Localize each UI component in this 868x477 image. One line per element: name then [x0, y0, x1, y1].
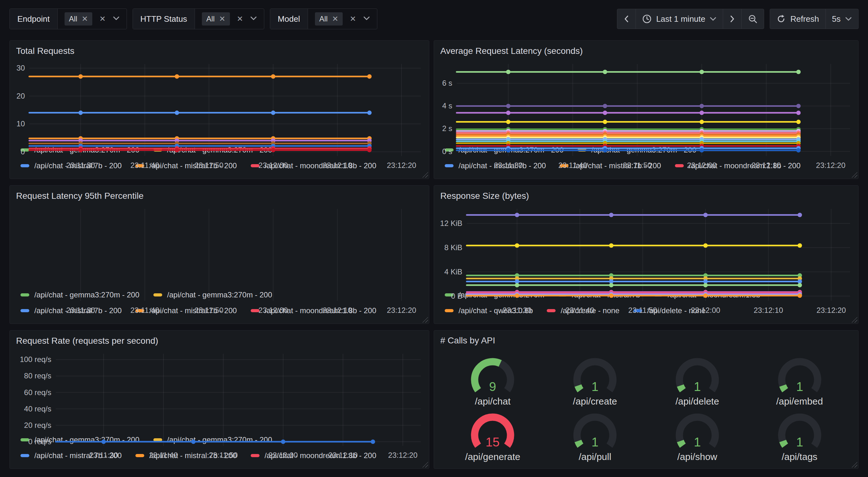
x-axis-tick-label: 23:11:30: [66, 161, 95, 170]
gauge-arc-fill: [680, 386, 683, 390]
gauge-arc-fill: [578, 441, 581, 446]
filter-value-dropdown[interactable]: All✕✕: [58, 9, 127, 29]
data-point-marker: [796, 103, 801, 108]
gauge-value: 1: [591, 435, 598, 449]
refresh-interval-value: 5s: [832, 14, 841, 24]
x-axis-tick-label: 23:12:20: [387, 306, 416, 315]
timeseries-plot[interactable]: 0 B4 KiB8 KiB12 KiB23:11:3023:11:4023:11…: [434, 205, 858, 287]
clear-filter-icon[interactable]: ✕: [350, 15, 356, 23]
data-point-marker: [506, 148, 510, 152]
data-point-marker: [798, 283, 802, 287]
x-axis-tick-label: 23:12:10: [322, 161, 352, 170]
data-point-marker: [367, 111, 372, 115]
x-axis-tick-label: 23:11:30: [503, 306, 532, 315]
y-axis-tick-label: 20: [17, 92, 25, 100]
data-point-marker: [798, 243, 802, 248]
data-point-marker: [703, 243, 708, 248]
x-axis-tick-label: 23:11:50: [209, 451, 238, 459]
y-axis-tick-label: 0 req/s: [28, 437, 51, 446]
dashboard-toolbar: EndpointAll✕✕HTTP StatusAll✕✕ModelAll✕✕ …: [9, 9, 859, 29]
x-axis-tick-label: 23:12:20: [388, 451, 417, 459]
gauge-label: /api/generate: [465, 451, 520, 462]
panel-average-request-latency: Average Request Latency (seconds) 0 s2 s…: [434, 40, 859, 179]
panel-title[interactable]: Response Size (bytes): [434, 185, 858, 205]
timeseries-plot[interactable]: 23:11:3023:11:4023:11:5023:12:0023:12:10…: [10, 205, 429, 287]
time-controls: Last 1 minute Refresh: [617, 9, 859, 29]
gauge-label: /api/chat: [475, 396, 510, 407]
y-axis-tick-label: 10: [17, 119, 25, 128]
data-point-marker: [700, 70, 704, 74]
timeseries-plot[interactable]: 0 s2 s4 s6 s23:11:3023:11:4023:11:5023:1…: [434, 60, 858, 142]
x-axis-tick-label: 23:11:40: [130, 161, 159, 170]
x-axis-tick-label: 23:12:00: [268, 451, 298, 459]
data-point-marker: [79, 148, 83, 152]
panel-calls-by-api: # Calls by API 9/api/chat1/api/create1/a…: [434, 330, 859, 469]
time-shift-back-button[interactable]: [617, 9, 636, 29]
x-axis-tick-label: 23:11:40: [558, 161, 587, 170]
panel-response-size: Response Size (bytes) 0 B4 KiB8 KiB12 Ki…: [434, 185, 859, 324]
panel-title[interactable]: Request Rate (requests per second): [10, 330, 429, 349]
data-point-marker: [703, 213, 708, 217]
filter-value-dropdown[interactable]: All✕✕: [195, 9, 264, 29]
filter-selected-chip[interactable]: All✕: [315, 12, 343, 26]
panel-title[interactable]: Average Request Latency (seconds): [434, 41, 858, 60]
y-axis-tick-label: 30: [17, 64, 25, 72]
data-point-marker: [796, 148, 801, 152]
y-axis-tick-label: 12 KiB: [440, 219, 462, 228]
clear-filter-icon[interactable]: ✕: [237, 15, 243, 23]
filter-chip-text: All: [69, 14, 78, 23]
refresh-button[interactable]: Refresh: [770, 9, 826, 29]
data-point-marker: [700, 120, 704, 124]
data-point-marker: [609, 243, 614, 248]
chevron-down-icon: [363, 16, 370, 22]
refresh-interval-dropdown[interactable]: 5s: [826, 9, 859, 29]
remove-value-icon[interactable]: ✕: [332, 15, 338, 23]
dashboard-grid: Total Requests 010203023:11:3023:11:4023…: [9, 40, 859, 469]
panel-total-requests: Total Requests 010203023:11:3023:11:4023…: [9, 40, 429, 179]
data-point-marker: [515, 283, 519, 287]
filter-label: Endpoint: [10, 9, 58, 29]
gauge-grid: 9/api/chat1/api/create1/api/delete1/api/…: [434, 349, 858, 469]
data-point-marker: [796, 111, 801, 115]
data-point-marker: [603, 70, 607, 74]
timeseries-plot[interactable]: 010203023:11:3023:11:4023:11:5023:12:002…: [10, 60, 429, 142]
timeseries-plot[interactable]: 0 req/s20 req/s40 req/s60 req/s80 req/s1…: [10, 349, 429, 432]
zoom-out-button[interactable]: [741, 9, 764, 29]
filter-selected-chip[interactable]: All✕: [202, 12, 230, 26]
data-point-marker: [271, 74, 275, 79]
template-variable-filters: EndpointAll✕✕HTTP StatusAll✕✕ModelAll✕✕: [9, 8, 377, 29]
panel-title[interactable]: Total Requests: [10, 41, 429, 60]
x-axis-tick-label: 23:12:20: [387, 161, 416, 170]
x-axis-tick-label: 23:11:50: [623, 161, 652, 170]
time-range-picker[interactable]: Last 1 minute: [636, 9, 723, 29]
gauge--api-pull: 1/api/pull: [544, 407, 646, 462]
filter-selected-chip[interactable]: All✕: [65, 12, 93, 26]
data-point-marker: [515, 293, 519, 298]
y-axis-tick-label: 20 req/s: [24, 421, 51, 429]
clear-filter-icon[interactable]: ✕: [99, 15, 105, 23]
y-axis-tick-label: 40 req/s: [24, 405, 51, 413]
panel-title[interactable]: Request Latency 95th Percentile: [10, 185, 429, 205]
refresh-label: Refresh: [790, 14, 819, 24]
remove-value-icon[interactable]: ✕: [82, 15, 88, 23]
filter-label: HTTP Status: [133, 9, 195, 29]
filter-value-dropdown[interactable]: All✕✕: [308, 9, 377, 29]
y-axis-tick-label: 0 B: [451, 292, 462, 300]
chevron-right-icon: [730, 14, 735, 23]
x-axis-tick-label: 23:12:00: [258, 161, 288, 170]
data-point-marker: [506, 70, 510, 74]
gauge--api-embed: 1/api/embed: [748, 351, 851, 407]
x-axis-tick-label: 23:12:00: [258, 306, 288, 315]
time-shift-forward-button[interactable]: [723, 9, 742, 29]
x-axis-tick-label: 23:11:50: [195, 161, 224, 170]
data-point-marker: [175, 148, 179, 152]
data-point-marker: [367, 74, 372, 79]
y-axis-tick-label: 8 KiB: [444, 243, 462, 252]
x-axis-tick-label: 23:11:40: [565, 306, 594, 315]
gauge-arc-fill: [783, 386, 785, 390]
panel-title[interactable]: # Calls by API: [434, 330, 858, 349]
data-point-marker: [703, 293, 708, 298]
grafana-dashboard: { "toolbar": { "filters": [ {"name": "en…: [0, 0, 868, 477]
remove-value-icon[interactable]: ✕: [219, 15, 225, 23]
data-point-marker: [281, 440, 285, 444]
